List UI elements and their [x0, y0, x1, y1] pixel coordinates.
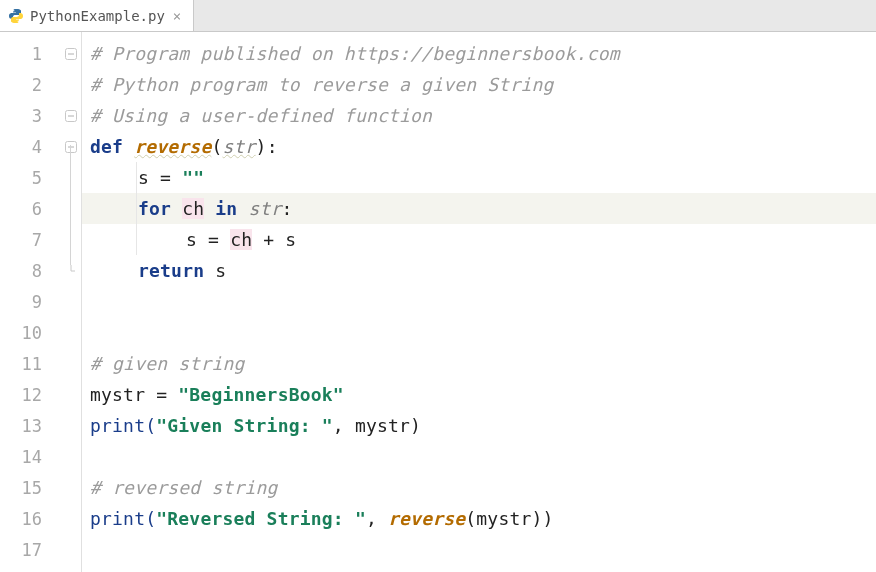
fold-marker[interactable] [60, 38, 81, 69]
line-number: 13 [0, 410, 60, 441]
close-tab-icon[interactable]: × [171, 8, 183, 24]
line-number: 10 [0, 317, 60, 348]
file-tab[interactable]: PythonExample.py × [0, 0, 194, 31]
code-editor: 1234567891011121314151617 # Program publ… [0, 32, 876, 572]
fold-marker [60, 379, 81, 410]
fold-marker [60, 317, 81, 348]
code-line[interactable] [82, 317, 876, 348]
line-number: 3 [0, 100, 60, 131]
code-line[interactable]: s = "" [82, 162, 876, 193]
code-token: reverse [134, 136, 211, 157]
code-token: def [90, 136, 134, 157]
code-token: print( [90, 415, 156, 436]
line-number: 4 [0, 131, 60, 162]
code-token: : [282, 198, 293, 219]
code-line[interactable]: # Using a user-defined function [82, 100, 876, 131]
code-token: return [138, 260, 215, 281]
code-token: # given string [90, 353, 245, 374]
code-line[interactable] [82, 441, 876, 472]
code-line[interactable]: for ch in str: [82, 193, 876, 224]
line-number: 11 [0, 348, 60, 379]
code-token: str [222, 136, 255, 157]
code-token: ): [256, 136, 278, 157]
code-token: in [204, 198, 248, 219]
code-token: # reversed string [90, 477, 278, 498]
line-number: 9 [0, 286, 60, 317]
tab-filename: PythonExample.py [30, 8, 165, 24]
code-line[interactable]: # Program published on https://beginners… [82, 38, 876, 69]
code-line[interactable]: print("Reversed String: ", reverse(mystr… [82, 503, 876, 534]
line-number: 5 [0, 162, 60, 193]
code-line[interactable] [82, 286, 876, 317]
fold-marker [60, 286, 81, 317]
code-token: , [366, 508, 388, 529]
line-number: 7 [0, 224, 60, 255]
tab-bar: PythonExample.py × [0, 0, 876, 32]
line-number: 16 [0, 503, 60, 534]
code-token: "Given String: " [156, 415, 333, 436]
line-number-gutter: 1234567891011121314151617 [0, 32, 60, 572]
fold-marker [60, 472, 81, 503]
code-area[interactable]: # Program published on https://beginners… [82, 32, 876, 572]
code-token: str [248, 198, 281, 219]
svg-point-0 [13, 10, 14, 11]
code-token: print( [90, 508, 156, 529]
code-token: s = [186, 229, 230, 250]
code-line[interactable]: # reversed string [82, 472, 876, 503]
code-line[interactable]: # Python program to reverse a given Stri… [82, 69, 876, 100]
line-number: 14 [0, 441, 60, 472]
code-line[interactable]: return s [82, 255, 876, 286]
fold-column [60, 32, 82, 572]
line-number: 1 [0, 38, 60, 69]
fold-marker [60, 410, 81, 441]
code-line[interactable] [82, 534, 876, 565]
line-number: 12 [0, 379, 60, 410]
svg-point-1 [18, 20, 19, 21]
line-number: 2 [0, 69, 60, 100]
code-line[interactable]: mystr = "BeginnersBook" [82, 379, 876, 410]
code-token: s = [138, 167, 182, 188]
line-number: 6 [0, 193, 60, 224]
line-number: 15 [0, 472, 60, 503]
code-token: "BeginnersBook" [178, 384, 344, 405]
code-token: for [138, 198, 182, 219]
fold-marker [60, 69, 81, 100]
code-token: ch [182, 198, 204, 219]
code-token: (mystr)) [465, 508, 553, 529]
code-token: , mystr) [333, 415, 421, 436]
code-token: # Program published on https://beginners… [90, 43, 620, 64]
code-token: mystr = [90, 384, 178, 405]
code-token: "" [182, 167, 204, 188]
code-token: # Python program to reverse a given Stri… [90, 74, 554, 95]
fold-marker [60, 441, 81, 472]
fold-marker [60, 534, 81, 565]
code-line[interactable]: # given string [82, 348, 876, 379]
code-line[interactable]: def reverse(str): [82, 131, 876, 162]
python-file-icon [8, 8, 24, 24]
code-token: ch [230, 229, 252, 250]
line-number: 17 [0, 534, 60, 565]
code-token: + s [252, 229, 296, 250]
code-line[interactable]: print("Given String: ", mystr) [82, 410, 876, 441]
line-number: 8 [0, 255, 60, 286]
code-token: s [215, 260, 226, 281]
code-token: "Reversed String: " [156, 508, 366, 529]
code-line[interactable]: s = ch + s [82, 224, 876, 255]
fold-marker [60, 348, 81, 379]
code-token: # Using a user-defined function [90, 105, 432, 126]
fold-marker [60, 503, 81, 534]
code-token: reverse [388, 508, 465, 529]
fold-marker[interactable] [60, 100, 81, 131]
code-token: ( [211, 136, 222, 157]
